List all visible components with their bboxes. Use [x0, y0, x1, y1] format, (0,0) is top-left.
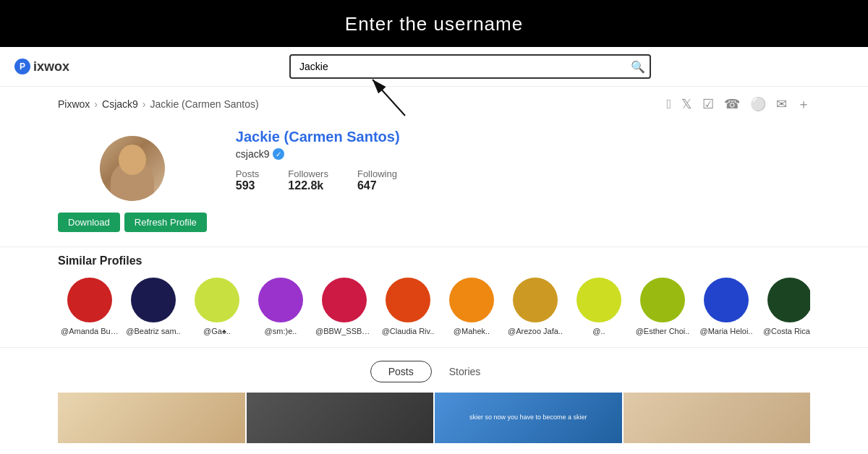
- post-thumbnail-3[interactable]: skier so now you have to become a skier: [435, 393, 622, 443]
- profile-name: Jackie (Carmen Santos): [236, 129, 810, 145]
- messenger-share-icon[interactable]: ✉: [776, 96, 787, 112]
- similar-profile-item[interactable]: @Beatriz sam..: [122, 278, 185, 335]
- avatar: [100, 136, 165, 201]
- similar-profile-name: @Maria Heloi..: [700, 327, 753, 335]
- similar-profile-item[interactable]: @sm:)e..: [249, 278, 312, 335]
- similar-profile-name: @Esther Choi..: [636, 327, 690, 335]
- similar-avatar: [386, 278, 430, 322]
- similar-avatar: [258, 278, 303, 322]
- similar-profile-name: @Mahek..: [454, 327, 490, 335]
- similar-avatar: [195, 278, 239, 322]
- pinterest-share-icon[interactable]: ☑: [702, 96, 714, 112]
- followers-value: 122.8k: [288, 179, 323, 192]
- similar-profiles-list: @Amanda Burc.. @Beatriz sam.. @Ga♠.. @sm…: [58, 278, 810, 335]
- similar-avatar: [131, 278, 176, 322]
- similar-profile-item[interactable]: @Mahek..: [440, 278, 503, 335]
- similar-avatar: [513, 278, 558, 322]
- posts-value: 593: [236, 179, 255, 192]
- similar-profile-name: @Beatriz sam..: [126, 327, 180, 335]
- stat-posts: Posts 593: [236, 168, 260, 192]
- similar-profile-name: @Arezoo Jafa..: [508, 327, 563, 335]
- breadcrumb-parent[interactable]: Csjack9: [102, 98, 138, 110]
- similar-profile-item[interactable]: @Maria Heloi..: [694, 278, 758, 335]
- refresh-profile-button[interactable]: Refresh Profile: [124, 213, 207, 232]
- similar-avatar: [704, 278, 749, 322]
- similar-profiles-section: Similar Profiles @Amanda Burc.. @Beatriz…: [0, 247, 868, 348]
- social-share-bar:  𝕏 ☑ ☎ ⚪ ✉ ＋: [666, 95, 810, 113]
- logo-icon: P: [14, 59, 30, 74]
- similar-profile-item[interactable]: @BBW_SSBBW C..: [312, 278, 376, 335]
- stat-followers: Followers 122.8k: [288, 168, 328, 192]
- tab-stories[interactable]: Stories: [432, 361, 498, 382]
- similar-profile-item[interactable]: @Ga♠..: [185, 278, 249, 335]
- similar-profile-item[interactable]: @Arezoo Jafa..: [503, 278, 567, 335]
- post-thumbnail-1[interactable]: [58, 393, 245, 443]
- breadcrumb-bar: Pixwox › Csjack9 › Jackie (Carmen Santos…: [0, 87, 868, 121]
- header: P ixwox 🔍: [0, 47, 868, 87]
- search-button[interactable]: 🔍: [631, 60, 645, 74]
- profile-stats: Posts 593 Followers 122.8k Following 647: [236, 168, 810, 192]
- posts-label: Posts: [236, 168, 260, 179]
- profile-info: Jackie (Carmen Santos) csjack9 ✓ Posts 5…: [236, 129, 810, 232]
- similar-profile-item[interactable]: @Claudia Riv..: [376, 278, 440, 335]
- post-thumbnail-2[interactable]: [247, 393, 434, 443]
- search-container: 🔍: [87, 54, 854, 79]
- tabs-bar: Posts Stories: [0, 355, 868, 387]
- reddit-share-icon[interactable]: ⚪: [750, 96, 766, 112]
- facebook-share-icon[interactable]: : [666, 97, 671, 112]
- stat-following: Following 647: [357, 168, 397, 192]
- tab-posts[interactable]: Posts: [370, 361, 432, 382]
- similar-profiles-title: Similar Profiles: [58, 254, 810, 267]
- breadcrumb-home[interactable]: Pixwox: [58, 98, 90, 110]
- profile-username: csjack9: [236, 148, 270, 160]
- similar-profile-name: @Costa Rican.: [763, 327, 810, 335]
- logo[interactable]: P ixwox: [14, 59, 87, 74]
- similar-profile-name: @sm:)e..: [265, 327, 297, 335]
- post-thumbnail-4[interactable]: [624, 393, 811, 443]
- profile-section: Download Refresh Profile Jackie (Carmen …: [0, 121, 868, 247]
- similar-avatar: [67, 278, 112, 322]
- followers-label: Followers: [288, 168, 328, 179]
- post-thumbnail-3-text: skier so now you have to become a skier: [467, 411, 590, 425]
- whatsapp-share-icon[interactable]: ☎: [724, 96, 740, 112]
- more-share-icon[interactable]: ＋: [797, 95, 810, 113]
- breadcrumb-current: Jackie (Carmen Santos): [150, 98, 259, 110]
- profile-avatar-col: Download Refresh Profile: [58, 136, 207, 232]
- posts-grid: skier so now you have to become a skier: [0, 387, 868, 445]
- breadcrumb: Pixwox › Csjack9 › Jackie (Carmen Santos…: [58, 98, 259, 110]
- logo-text: ixwox: [33, 59, 69, 74]
- top-banner: Enter the username: [0, 0, 868, 47]
- profile-action-buttons: Download Refresh Profile: [58, 213, 207, 232]
- similar-profile-name: @Ga♠..: [203, 327, 231, 335]
- similar-profile-item[interactable]: @Costa Rican.: [758, 278, 810, 335]
- search-input[interactable]: [289, 54, 651, 79]
- avatar-image: [100, 136, 165, 201]
- download-button[interactable]: Download: [58, 213, 120, 232]
- similar-avatar: [640, 278, 685, 322]
- breadcrumb-sep-1: ›: [94, 98, 98, 110]
- following-label: Following: [357, 168, 397, 179]
- breadcrumb-sep-2: ›: [142, 98, 146, 110]
- svg-line-1: [373, 80, 405, 116]
- banner-text: Enter the username: [345, 13, 523, 35]
- similar-profile-item[interactable]: @Esther Choi..: [631, 278, 694, 335]
- similar-avatar: [576, 278, 621, 322]
- similar-avatar: [767, 278, 810, 322]
- arrow-annotation: [354, 65, 427, 123]
- verified-badge: ✓: [273, 148, 284, 160]
- similar-profile-item[interactable]: @Amanda Burc..: [58, 278, 122, 335]
- profile-username-row: csjack9 ✓: [236, 148, 810, 160]
- following-value: 647: [357, 179, 377, 192]
- similar-avatar: [449, 278, 494, 322]
- similar-profile-name: @Amanda Burc..: [61, 327, 119, 335]
- similar-profile-name: @BBW_SSBBW C..: [315, 327, 373, 335]
- similar-profile-item[interactable]: @..: [567, 278, 631, 335]
- similar-avatar: [322, 278, 367, 322]
- similar-profile-name: @Claudia Riv..: [382, 327, 435, 335]
- twitter-share-icon[interactable]: 𝕏: [681, 96, 692, 112]
- similar-profile-name: @..: [592, 327, 605, 335]
